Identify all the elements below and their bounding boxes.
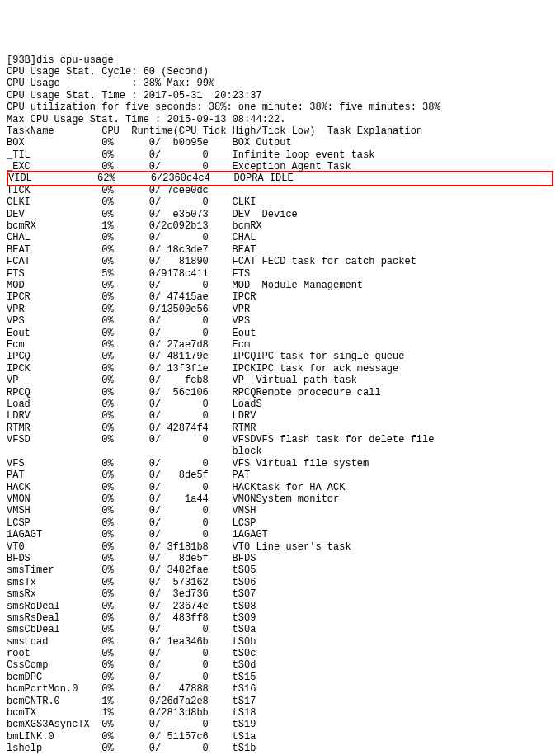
- task-cpu: 0%: [84, 137, 114, 149]
- task-rlo: 23674e: [161, 601, 209, 612]
- task-name: bcmPortMon.0: [7, 683, 84, 695]
- task-rlo: 3ed736: [161, 588, 209, 600]
- task-cpu: 0%: [84, 683, 114, 695]
- task-cpu: 0%: [84, 304, 114, 315]
- task-name: 1AGAGT: [7, 529, 84, 540]
- task-name: lshelp: [7, 743, 84, 754]
- task-explanation: tS16: [233, 683, 256, 695]
- table-row: IPCK0%0/13f3f1eIPCKIPC task for ack mess…: [7, 363, 553, 375]
- task-cpu: 0%: [84, 196, 114, 208]
- table-row: VMON0%0/1a44VMONSystem monitor: [7, 493, 553, 505]
- task-rlo: 2c092b13: [161, 220, 209, 232]
- task-rlo: 0: [161, 517, 209, 529]
- task-rlo: 0: [161, 624, 209, 635]
- task-cpu: 0%: [84, 244, 114, 256]
- task-cpu: 0%: [84, 161, 114, 172]
- task-cpu: 0%: [84, 399, 114, 410]
- task-explanation: VFS Virtual file system: [233, 458, 369, 470]
- table-row: RTMR0%0/42874f4RTMR: [7, 422, 553, 434]
- table-row: VMSH0%0/0VMSH: [7, 505, 553, 517]
- table-row: 1AGAGT0%0/01AGAGT: [7, 529, 553, 540]
- task-cpu: 62%: [86, 172, 115, 184]
- task-rhi: 0: [114, 659, 155, 671]
- task-rhi: 0: [114, 458, 155, 470]
- task-rhi: 0: [114, 648, 155, 659]
- task-rhi: 0: [114, 505, 155, 517]
- task-explanation: tS08: [233, 601, 256, 612]
- task-cpu: 0%: [84, 636, 114, 648]
- task-name: LDRV: [7, 410, 84, 422]
- task-name: bcmCNTR.0: [7, 696, 84, 707]
- task-rhi: 0: [114, 601, 155, 612]
- task-rhi: 0: [114, 683, 155, 695]
- task-name: root: [7, 648, 84, 659]
- task-name: LCSP: [7, 517, 84, 529]
- task-rhi: 0: [114, 196, 155, 208]
- task-rlo: 51157c6: [161, 731, 209, 743]
- task-cpu: 0%: [84, 601, 114, 612]
- task-rhi: 0: [114, 375, 155, 386]
- table-row: VFS0%0/0VFS Virtual file system: [7, 458, 553, 470]
- task-explanation: tS1a: [233, 731, 256, 743]
- task-explanation: Ecm: [233, 339, 251, 351]
- task-rhi: 0: [114, 232, 155, 243]
- task-explanation: VMSH: [233, 505, 256, 517]
- task-cpu: 0%: [84, 351, 114, 362]
- task-name: PAT: [7, 470, 84, 481]
- task-name: VPR: [7, 304, 84, 315]
- task-cpu: 0%: [84, 672, 114, 683]
- task-explanation: BOX Output: [233, 137, 292, 149]
- task-rlo: 0: [161, 232, 209, 243]
- table-row: bcmDPC0%0/0tS15: [7, 672, 553, 683]
- task-name: bcmXGS3AsyncTX: [7, 719, 84, 730]
- task-rhi: 0: [114, 636, 155, 648]
- task-cpu: 0%: [84, 624, 114, 635]
- task-rhi: 0: [114, 351, 155, 362]
- task-explanation: HACKtask for HA ACK: [233, 482, 346, 493]
- task-cpu: 0%: [84, 612, 114, 624]
- task-cpu: 0%: [84, 482, 114, 493]
- task-cpu: 0%: [84, 553, 114, 564]
- task-cpu: 0%: [84, 743, 114, 754]
- task-rhi: 0: [114, 541, 155, 553]
- task-explanation: FCAT FECD task for catch packet: [233, 256, 416, 267]
- task-cpu: 0%: [84, 659, 114, 671]
- terminal-line: Max CPU Usage Stat. Time : 2015-09-13 08…: [7, 114, 553, 125]
- task-rlo: 0: [161, 659, 209, 671]
- task-rhi: 0: [114, 328, 155, 339]
- task-name: CHAL: [7, 232, 84, 243]
- task-explanation: VT0 Line user's task: [233, 541, 351, 553]
- task-explanation: tS0d: [233, 659, 256, 671]
- task-cpu: 0%: [84, 185, 114, 196]
- task-explanation: DEV Device: [233, 209, 298, 220]
- table-row: VPS0%0/0VPS: [7, 315, 553, 327]
- task-cpu: 1%: [84, 696, 114, 707]
- task-rhi: 0: [114, 256, 155, 267]
- task-rlo: 0: [161, 505, 209, 517]
- table-row: IPCR0%0/47415aeIPCR: [7, 291, 553, 303]
- task-cpu: 0%: [84, 339, 114, 351]
- task-rhi: 0: [114, 482, 155, 493]
- task-cpu: 0%: [84, 387, 114, 399]
- task-cpu: 0%: [84, 577, 114, 588]
- task-rlo: 0: [161, 149, 209, 161]
- task-rlo: 573162: [161, 577, 209, 588]
- task-name: VFSD: [7, 434, 84, 446]
- task-rhi: 0: [114, 743, 155, 754]
- task-rhi: 0: [114, 564, 155, 576]
- task-explanation: BEAT: [233, 244, 256, 256]
- task-explanation: BFDS: [233, 553, 256, 564]
- task-explanation: FTS: [233, 268, 251, 280]
- task-rhi: 0: [114, 529, 155, 540]
- task-rhi: 0: [114, 280, 155, 291]
- table-row: bcmXGS3AsyncTX0%0/0tS19: [7, 719, 553, 730]
- terminal-line: CPU utilization for five seconds: 38%: o…: [7, 101, 553, 113]
- task-name: RPCQ: [7, 387, 84, 399]
- task-explanation: DOPRA IDLE: [234, 172, 294, 184]
- table-row: smsCbDeal0%0/0tS0a: [7, 624, 553, 635]
- task-rlo: 2360c4c4: [162, 172, 210, 184]
- task-rhi: 0: [114, 493, 155, 505]
- task-explanation: CHAL: [233, 232, 256, 243]
- task-name: DEV: [7, 209, 84, 220]
- task-rhi: 0: [114, 291, 155, 303]
